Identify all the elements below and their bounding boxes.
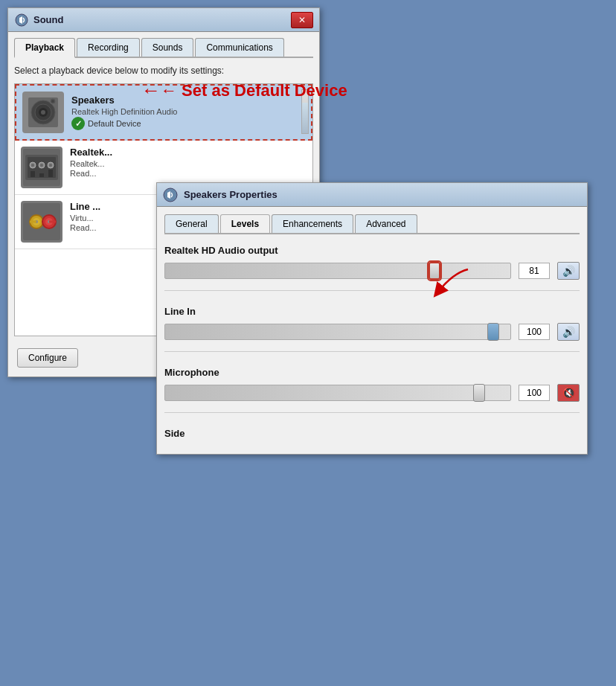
realtek-speaker-icon: 🔊 <box>562 265 575 277</box>
sound-title: Sound <box>33 14 291 25</box>
linein-mute-button[interactable]: 🔊 <box>557 323 580 341</box>
speakers-default-label: Default Device <box>88 119 141 128</box>
svg-point-8 <box>51 100 54 103</box>
props-title: Speakers Properties <box>184 189 277 200</box>
slider-section-linein: Line In 100 🔊 <box>164 306 580 352</box>
realtek-partial-name: Realtek... <box>70 147 307 158</box>
slider-label-side: Side <box>164 428 580 439</box>
microphone-slider-thumb[interactable] <box>473 384 485 402</box>
speakers-desc: Realtek High Definition Audio <box>71 107 305 116</box>
sound-tabs: Playback Recording Sounds Communications <box>14 38 313 58</box>
line-icon <box>21 201 62 243</box>
tab-playback[interactable]: Playback <box>14 38 75 58</box>
microphone-mute-button[interactable]: 🔇 <box>557 384 580 402</box>
props-titlebar: Speakers Properties <box>157 183 587 207</box>
tab-communications[interactable]: Communications <box>195 38 283 57</box>
tab-sounds[interactable]: Sounds <box>141 38 194 57</box>
sound-titlebar-icon <box>14 13 29 28</box>
svg-rect-17 <box>48 170 53 177</box>
slider-label-realtek: Realtek HD Audio output <box>164 245 580 256</box>
sound-titlebar: Sound ✕ <box>8 8 319 32</box>
default-check-icon: ✓ <box>71 117 85 130</box>
speakers-status: ✓ Default Device <box>71 117 305 130</box>
realtek-slider-thumb[interactable] <box>429 262 440 280</box>
linein-speaker-icon: 🔊 <box>562 326 575 338</box>
tab-recording[interactable]: Recording <box>77 38 140 57</box>
speakers-properties-window: Speakers Properties General Levels Enhan… <box>156 182 588 455</box>
realtek-icon <box>21 147 62 188</box>
slider-row-linein: 100 🔊 <box>164 323 580 341</box>
linein-slider-thumb[interactable] <box>487 323 499 341</box>
microphone-slider-track[interactable] <box>164 385 511 401</box>
slider-section-microphone: Microphone 100 🔇 <box>164 367 580 413</box>
tab-general[interactable]: General <box>164 214 219 233</box>
props-tabs: General Levels Enhancements Advanced <box>164 214 580 234</box>
realtek-slider-track[interactable] <box>164 263 511 279</box>
microphone-speaker-icon: 🔇 <box>562 387 575 399</box>
slider-label-microphone: Microphone <box>164 367 580 378</box>
tab-enhancements[interactable]: Enhancements <box>272 214 353 233</box>
linein-slider-track[interactable] <box>164 324 511 340</box>
microphone-slider-value: 100 <box>519 385 550 401</box>
props-body: General Levels Enhancements Advanced Rea… <box>157 207 587 454</box>
props-icon <box>163 187 178 202</box>
realtek-info: Realtek... Realtek... Read... <box>70 147 307 178</box>
svg-rect-16 <box>39 173 44 177</box>
configure-button[interactable]: Configure <box>17 348 78 368</box>
svg-point-18 <box>31 164 34 167</box>
svg-rect-15 <box>31 171 35 177</box>
svg-point-20 <box>49 164 52 167</box>
tab-advanced[interactable]: Advanced <box>355 214 417 233</box>
slider-section-realtek: Realtek HD Audio output 81 🔊 <box>164 245 580 291</box>
speakers-name: Speakers <box>71 94 305 106</box>
svg-point-19 <box>40 164 43 167</box>
realtek-slider-value: 81 <box>519 263 550 279</box>
speakers-info: Speakers Realtek High Definition Audio ✓… <box>71 94 305 130</box>
select-instruction: Select a playback device below to modify… <box>14 65 313 76</box>
svg-point-6 <box>41 110 45 115</box>
realtek-mute-button[interactable]: 🔊 <box>557 262 580 280</box>
linein-slider-value: 100 <box>519 324 550 340</box>
speakers-icon <box>22 92 64 133</box>
slider-section-side: Side <box>164 428 580 439</box>
close-button[interactable]: ✕ <box>291 12 313 28</box>
realtek-partial-desc: Realtek... <box>70 159 307 168</box>
slider-row-realtek: 81 🔊 <box>164 262 580 280</box>
slider-row-microphone: 100 🔇 <box>164 384 580 402</box>
device-item-speakers[interactable]: Speakers Realtek High Definition Audio ✓… <box>15 84 312 141</box>
realtek-partial-status: Read... <box>70 169 307 178</box>
tab-levels[interactable]: Levels <box>220 214 270 234</box>
slider-label-linein: Line In <box>164 306 580 317</box>
